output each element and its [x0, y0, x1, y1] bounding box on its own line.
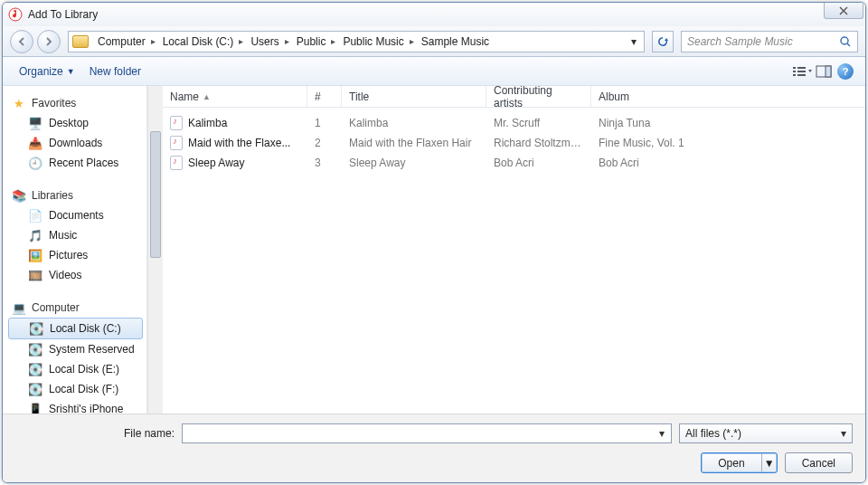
music-file-icon — [170, 136, 183, 150]
downloads-icon: 📥 — [28, 136, 42, 150]
file-row[interactable]: Kalimba 1KalimbaMr. ScruffNinja Tuna — [163, 113, 865, 133]
sidebar-group-favorites[interactable]: ★Favorites — [8, 93, 146, 113]
drive-icon: 💽 — [28, 382, 42, 396]
sidebar-item-local-f[interactable]: 💽Local Disk (F:) — [8, 379, 146, 399]
preview-pane-button[interactable] — [813, 62, 835, 81]
sidebar-item-iphone[interactable]: 📱Srishti's iPhone — [8, 399, 146, 414]
sidebar-item-recent[interactable]: 🕘Recent Places — [8, 153, 146, 173]
title-bar: Add To Library — [3, 3, 865, 26]
drive-icon: 💽 — [29, 321, 43, 336]
search-input[interactable]: Search Sample Music — [681, 31, 858, 52]
sidebar-item-system-reserved[interactable]: 💽System Reserved — [8, 339, 146, 359]
filename-input[interactable]: ▾ — [182, 423, 672, 443]
footer: File name: ▾ All files (*.*)▾ Open▼ Canc… — [3, 414, 865, 482]
forward-button[interactable] — [37, 30, 61, 53]
col-title[interactable]: Title — [342, 86, 486, 107]
svg-rect-2 — [793, 67, 796, 69]
sidebar-item-music[interactable]: 🎵Music — [8, 225, 146, 245]
sidebar-item-pictures[interactable]: 🖼️Pictures — [8, 245, 146, 265]
scrollbar-thumb[interactable] — [150, 131, 161, 258]
search-placeholder: Search Sample Music — [687, 35, 793, 48]
open-dropdown[interactable]: ▼ — [762, 457, 777, 470]
body: ★Favorites 🖥️Desktop 📥Downloads 🕘Recent … — [3, 86, 865, 414]
sidebar-scrollbar[interactable] — [147, 86, 163, 414]
help-button[interactable]: ? — [835, 62, 856, 81]
close-button[interactable] — [824, 3, 863, 19]
file-row[interactable]: Maid with the Flaxe... 2Maid with the Fl… — [163, 133, 865, 153]
file-row[interactable]: Sleep Away 3Sleep AwayBob AcriBob Acri — [163, 153, 865, 173]
breadcrumb-item[interactable]: Users▸ — [247, 35, 292, 48]
music-file-icon — [170, 116, 183, 130]
svg-point-1 — [841, 37, 848, 44]
svg-rect-6 — [793, 74, 796, 76]
breadcrumb-item[interactable]: Computer▸ — [94, 35, 159, 48]
nav-bar: Computer▸ Local Disk (C:)▸ Users▸ Public… — [3, 26, 865, 57]
computer-icon: 💻 — [12, 300, 26, 315]
videos-icon: 🎞️ — [28, 268, 42, 282]
view-menu[interactable] — [791, 62, 813, 81]
search-icon — [839, 35, 852, 48]
sidebar-item-documents[interactable]: 📄Documents — [8, 205, 146, 225]
breadcrumb-dropdown[interactable]: ▾ — [627, 35, 640, 48]
filename-dropdown[interactable]: ▾ — [655, 426, 669, 441]
music-file-icon — [170, 156, 183, 170]
svg-rect-7 — [797, 74, 806, 76]
breadcrumb-item[interactable]: Public▸ — [293, 35, 340, 48]
column-headers: Name▲ # Title Contributing artists Album — [163, 86, 865, 108]
sidebar-item-local-c[interactable]: 💽Local Disk (C:) — [8, 318, 143, 339]
open-button[interactable]: Open▼ — [701, 452, 777, 473]
breadcrumb-item[interactable]: Local Disk (C:)▸ — [159, 35, 248, 48]
sidebar-item-videos[interactable]: 🎞️Videos — [8, 265, 146, 285]
col-name[interactable]: Name▲ — [163, 86, 307, 107]
folder-icon — [72, 35, 89, 48]
cancel-button[interactable]: Cancel — [785, 452, 853, 473]
file-list: Name▲ # Title Contributing artists Album… — [163, 86, 865, 414]
new-folder-button[interactable]: New folder — [82, 62, 148, 81]
drive-icon: 💽 — [28, 362, 42, 376]
refresh-button[interactable] — [652, 31, 674, 52]
documents-icon: 📄 — [28, 208, 42, 223]
sidebar: ★Favorites 🖥️Desktop 📥Downloads 🕘Recent … — [3, 86, 147, 414]
sidebar-group-libraries[interactable]: 📚Libraries — [8, 185, 146, 205]
breadcrumb[interactable]: Computer▸ Local Disk (C:)▸ Users▸ Public… — [68, 31, 645, 52]
col-artist[interactable]: Contributing artists — [486, 86, 591, 107]
back-button[interactable] — [10, 30, 33, 53]
filename-label: File name: — [15, 427, 175, 440]
window-title: Add To Library — [28, 8, 98, 21]
breadcrumb-item[interactable]: Sample Music — [418, 35, 493, 48]
sidebar-item-downloads[interactable]: 📥Downloads — [8, 133, 146, 153]
filetype-filter[interactable]: All files (*.*)▾ — [679, 423, 853, 443]
svg-rect-5 — [797, 71, 806, 72]
music-icon: 🎵 — [28, 228, 42, 242]
desktop-icon: 🖥️ — [28, 116, 42, 130]
svg-rect-3 — [797, 67, 806, 69]
breadcrumb-item[interactable]: Public Music▸ — [339, 35, 417, 48]
svg-rect-9 — [826, 66, 831, 77]
col-album[interactable]: Album — [591, 86, 865, 107]
app-icon — [8, 7, 23, 22]
svg-rect-4 — [793, 71, 796, 72]
star-icon: ★ — [12, 96, 26, 110]
toolbar: Organize▼ New folder ? — [3, 57, 865, 86]
sidebar-item-desktop[interactable]: 🖥️Desktop — [8, 113, 146, 133]
sidebar-item-local-e[interactable]: 💽Local Disk (E:) — [8, 359, 146, 379]
recent-places-icon: 🕘 — [28, 156, 42, 170]
col-num[interactable]: # — [307, 86, 342, 107]
phone-icon: 📱 — [28, 402, 42, 414]
dialog-window: Add To Library Computer▸ Local Disk (C:)… — [2, 2, 866, 483]
sidebar-group-computer[interactable]: 💻Computer — [8, 298, 146, 318]
libraries-icon: 📚 — [12, 188, 26, 203]
drive-icon: 💽 — [28, 342, 42, 357]
pictures-icon: 🖼️ — [28, 248, 42, 262]
organize-menu[interactable]: Organize▼ — [12, 62, 82, 81]
